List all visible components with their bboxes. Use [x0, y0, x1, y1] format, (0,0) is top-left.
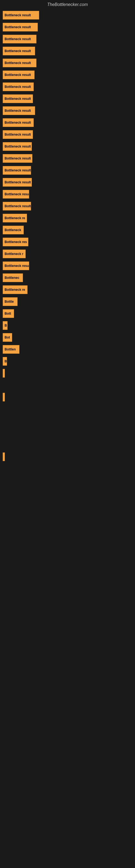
bar-label: Bottlenec — [5, 276, 19, 280]
bar: Bottlen — [3, 345, 19, 354]
bar: Bottleneck result — [3, 94, 33, 103]
bar: Bottleneck result — [3, 35, 37, 43]
bar-label: Bottleneck result — [5, 109, 31, 113]
bar-row: Bottleneck result — [3, 202, 132, 211]
bar-label: Bottleneck result — [5, 180, 31, 184]
bar: Bottleneck result — [3, 118, 34, 127]
bar-row: Bottleneck result — [3, 166, 132, 175]
bar: Bottleneck result — [3, 23, 38, 31]
bar-label: Bottleneck result — [5, 73, 31, 77]
bar-row: | — [3, 393, 132, 401]
bar — [3, 453, 5, 461]
bar-row: Bottleneck result — [3, 59, 132, 67]
bar-row: Bottleneck result — [3, 118, 132, 127]
bar: Bottleneck result — [3, 154, 32, 163]
bar-label: Bottleneck result — [5, 49, 31, 53]
bar-row — [3, 369, 132, 378]
bar-label: Bottle — [5, 300, 14, 304]
bar: Bottleneck re — [3, 214, 27, 222]
bar-row: Bottleneck result — [3, 11, 132, 20]
bar-label: Bottleneck result — [5, 61, 31, 65]
bar-row: Bottleneck res — [3, 238, 132, 246]
bar: Bottleneck result — [3, 142, 32, 151]
bar: Bottleneck result — [3, 59, 37, 67]
bar-row: Bottleneck result — [3, 70, 132, 79]
bar: Bottleneck result — [3, 70, 35, 79]
bar-label: Bottleneck res — [5, 240, 27, 244]
bar-row: Bot — [3, 333, 132, 342]
bar: Bottleneck re — [3, 285, 28, 294]
bar-row: Bottleneck result — [3, 154, 132, 163]
bar-label: Bottleneck re — [5, 216, 25, 220]
bar-label: Bottleneck re — [5, 288, 25, 291]
bar-row: Bottleneck result — [3, 106, 132, 115]
bar: B — [3, 321, 8, 330]
bar: Bottleneck resu — [3, 190, 29, 198]
bar-label: B — [5, 323, 7, 328]
bar-label: Bottleneck result — [5, 97, 31, 101]
bar: Bottlenec — [3, 273, 23, 282]
bar-row: Bott — [3, 309, 132, 318]
bar: Bottleneck result — [3, 130, 33, 139]
bar-row: Bottleneck re — [3, 214, 132, 222]
bar-label: B — [5, 360, 7, 363]
bar-row: Bottleneck re — [3, 285, 132, 294]
bar-label: Bot — [5, 336, 10, 339]
bar: Bottleneck result — [3, 11, 39, 20]
bar-label: Bottleneck result — [5, 121, 31, 124]
bar-label: Bottleneck result — [5, 25, 31, 29]
bar: Bot — [3, 333, 12, 342]
bar: Bott — [3, 309, 14, 318]
bar: Bottleneck r — [3, 250, 26, 258]
bar: Bottleneck result — [3, 178, 32, 187]
bar-label: Bottleneck result — [5, 133, 31, 136]
bar-row: Bottleneck result — [3, 94, 132, 103]
bar-label: Bottleneck result — [5, 168, 31, 172]
bar-row — [3, 416, 132, 425]
bar: Bottleneck — [3, 226, 24, 235]
bar-label: Bottleneck result — [5, 156, 31, 160]
bar: Bottleneck res — [3, 238, 28, 246]
bar: Bottle — [3, 297, 17, 306]
site-title: TheBottlenecker.com — [0, 0, 135, 8]
bar-label: Bottleneck r — [5, 252, 23, 256]
bar-row: Bottleneck — [3, 226, 132, 235]
bar-row — [3, 405, 132, 413]
bar-label: Bottleneck result — [5, 37, 31, 41]
bar-label: Bottlen — [5, 347, 16, 351]
bar-label: Bottleneck resu — [5, 264, 29, 268]
bar-row: Bottleneck result — [3, 35, 132, 43]
bars-container: Bottleneck resultBottleneck resultBottle… — [0, 8, 135, 461]
bar-row — [3, 453, 132, 461]
bar-row — [3, 381, 132, 390]
bar: Bottleneck result — [3, 166, 31, 175]
bar-row: Bottlenec — [3, 273, 132, 282]
bar-row: Bottleneck result — [3, 178, 132, 187]
bar: | — [3, 393, 5, 401]
bar-row: Bottleneck result — [3, 130, 132, 139]
bar: B — [3, 357, 7, 366]
bar-row: Bottleneck r — [3, 250, 132, 258]
bar-row: Bottleneck result — [3, 142, 132, 151]
bar: Bottleneck result — [3, 46, 35, 55]
bar-row: Bottleneck result — [3, 23, 132, 31]
bar-row: Bottle — [3, 297, 132, 306]
bar-row: B — [3, 321, 132, 330]
bar-label: Bott — [5, 312, 11, 315]
bar-label: Bottleneck result — [5, 145, 31, 148]
bar: Bottleneck result — [3, 202, 31, 211]
bar-label: Bottleneck result — [5, 204, 31, 208]
bar — [3, 369, 5, 378]
bar-row: Bottleneck result — [3, 83, 132, 91]
bar-row — [3, 440, 132, 449]
bar-row: Bottleneck result — [3, 46, 132, 55]
bar-row: Bottleneck resu — [3, 261, 132, 270]
bar: Bottleneck result — [3, 83, 34, 91]
bar-label: Bottleneck result — [5, 85, 31, 89]
bar: Bottleneck resu — [3, 261, 29, 270]
bar-row: B — [3, 357, 132, 366]
bar-row: Bottleneck resu — [3, 190, 132, 198]
bar-label: Bottleneck result — [5, 13, 31, 17]
bar-row: Bottlen — [3, 345, 132, 354]
bar-label: Bottleneck resu — [5, 192, 29, 196]
